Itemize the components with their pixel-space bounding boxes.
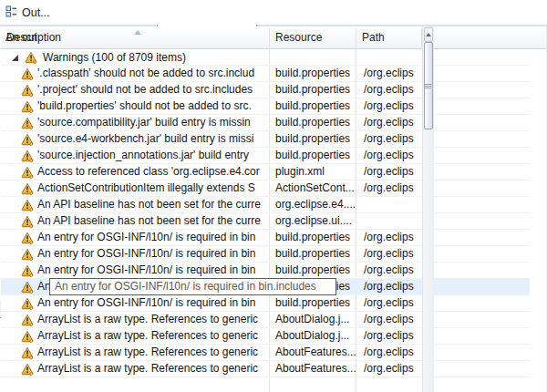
outline-message: An out (0, 27, 547, 392)
tab-label: Out... (22, 6, 50, 19)
eclipse-workbench: clipsent [cv.eclons.sderersworklch.reava… (0, 0, 547, 392)
tab-outline[interactable]: Out... (0, 0, 547, 25)
outline-icon (5, 5, 17, 20)
cell-text-tooltip: An entry for OSGI-INF/l10n/ is required … (49, 278, 336, 295)
